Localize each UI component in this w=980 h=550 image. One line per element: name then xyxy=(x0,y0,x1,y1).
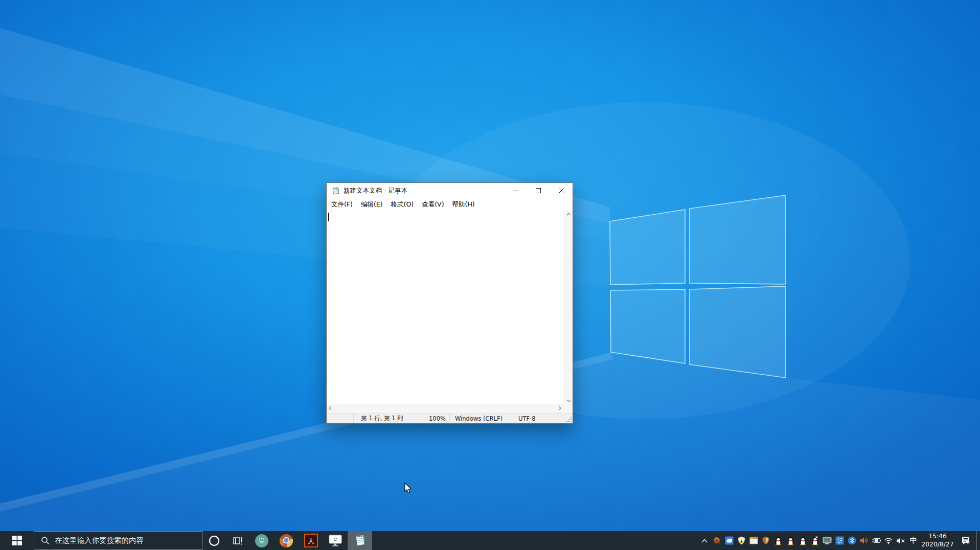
notepad-menubar: 文件(F) 编辑(E) 格式(O) 查看(V) 帮助(H) xyxy=(327,198,573,211)
maximize-button[interactable] xyxy=(527,183,550,198)
status-line-ending: Windows (CRLF) xyxy=(449,414,512,423)
chrome-icon xyxy=(279,534,293,548)
window-title: 新建文本文档 - 记事本 xyxy=(344,187,504,195)
cloud-drive-icon xyxy=(725,536,734,545)
start-button[interactable] xyxy=(0,531,34,550)
orange-speaker-icon xyxy=(860,537,869,544)
remote-monitor-app-icon xyxy=(328,534,343,547)
status-blank xyxy=(327,414,353,423)
tray-qq-3[interactable] xyxy=(796,531,809,550)
wifi-icon xyxy=(884,537,893,544)
window-app-icon xyxy=(749,537,758,544)
close-button[interactable] xyxy=(550,183,573,198)
show-desktop-button[interactable] xyxy=(976,531,980,550)
caption-buttons xyxy=(504,183,573,198)
tray-qq-4[interactable] xyxy=(809,531,821,550)
maximize-icon xyxy=(536,188,541,193)
scroll-up-icon[interactable] xyxy=(566,213,571,216)
tray-orange-speaker-app[interactable] xyxy=(858,531,870,550)
clock-time: 15:46 xyxy=(928,533,946,541)
search-icon xyxy=(41,536,50,545)
ime-indicator[interactable]: 中 xyxy=(907,531,920,550)
brown-round-app-icon xyxy=(713,536,721,545)
text-caret xyxy=(328,213,329,221)
mouse-cursor xyxy=(404,483,413,494)
notepad-window: 新建文本文档 - 记事本 xyxy=(326,182,573,424)
clock-date: 2020/8/27 xyxy=(921,541,953,549)
qq-penguin-icon xyxy=(811,536,819,545)
notepad-statusbar: 第 1 行, 第 1 列 100% Windows (CRLF) UTF-8 xyxy=(327,413,573,423)
qq-penguin-icon xyxy=(786,536,795,545)
chevron-up-icon xyxy=(701,538,708,543)
windows-logo-icon xyxy=(12,536,22,545)
action-center-button[interactable] xyxy=(955,531,976,550)
monitor-icon xyxy=(823,537,832,545)
close-icon xyxy=(559,188,564,193)
acrobat-icon: 人 xyxy=(304,534,318,547)
task-view-button[interactable] xyxy=(226,531,249,550)
minimize-icon xyxy=(513,188,518,193)
taskbar: 在这里输入你要搜索的内容 xyxy=(0,531,980,550)
tray-power-battery[interactable] xyxy=(870,531,882,550)
menu-file[interactable]: 文件(F) xyxy=(327,199,357,211)
scroll-right-icon[interactable] xyxy=(558,406,561,410)
menu-view[interactable]: 查看(V) xyxy=(418,199,448,211)
hidden-icons-button[interactable] xyxy=(698,531,711,550)
taskbar-clock[interactable]: 15:46 2020/8/27 xyxy=(920,531,955,550)
notepad-titlebar[interactable]: 新建文本文档 - 记事本 xyxy=(327,183,573,198)
tray-monitor[interactable] xyxy=(821,531,833,550)
cortana-button[interactable] xyxy=(202,531,226,550)
vertical-scrollbar[interactable] xyxy=(564,211,573,404)
qq-penguin-icon xyxy=(799,536,807,545)
scroll-left-icon[interactable] xyxy=(329,406,332,410)
taskbar-search-box[interactable]: 在这里输入你要搜索的内容 xyxy=(34,531,202,550)
notepad-text-area[interactable] xyxy=(327,211,573,404)
screen: 新建文本文档 - 记事本 xyxy=(0,0,980,550)
battery-plug-icon xyxy=(872,537,881,544)
task-view-icon xyxy=(233,536,243,545)
menu-format[interactable]: 格式(O) xyxy=(387,199,418,211)
tray-volume-muted[interactable] xyxy=(895,531,907,550)
blue-map-app-icon xyxy=(835,536,844,545)
notepad-icon xyxy=(331,187,340,195)
qq-penguin-icon xyxy=(774,536,783,545)
tray-bronze-shield-app[interactable] xyxy=(760,531,772,550)
action-center-icon xyxy=(961,536,971,545)
tray-brown-round-app[interactable] xyxy=(711,531,723,550)
horizontal-scrollbar[interactable] xyxy=(327,404,573,413)
tray-qq-2[interactable] xyxy=(784,531,796,550)
status-encoding: UTF-8 xyxy=(512,414,573,423)
scroll-down-icon[interactable] xyxy=(566,399,571,402)
status-zoom: 100% xyxy=(425,414,449,423)
resize-grip[interactable] xyxy=(566,417,572,423)
tray-window-app[interactable] xyxy=(747,531,760,550)
notepad-taskbar-icon xyxy=(353,534,367,547)
tray-bluetooth[interactable] xyxy=(846,531,858,550)
menu-edit[interactable]: 编辑(E) xyxy=(357,199,387,211)
svg-text:人: 人 xyxy=(308,537,314,545)
tray-cloud-drive-app[interactable] xyxy=(723,531,735,550)
tray-wifi[interactable] xyxy=(882,531,895,550)
bluetooth-icon xyxy=(848,536,856,545)
tray-security-alert[interactable] xyxy=(735,531,747,550)
taskbar-app-notepad[interactable] xyxy=(348,531,372,550)
taskbar-app-remote-monitor[interactable] xyxy=(323,531,348,550)
minimize-button[interactable] xyxy=(504,183,527,198)
taskbar-empty-space xyxy=(372,531,698,550)
volume-muted-icon xyxy=(896,537,906,544)
cortana-icon xyxy=(209,535,220,546)
taskbar-app-acrobat[interactable]: 人 xyxy=(299,531,323,550)
status-cursor-position: 第 1 行, 第 1 列 xyxy=(353,414,425,423)
taskbar-app-chrome[interactable] xyxy=(274,531,299,550)
tray-qq-1[interactable] xyxy=(772,531,784,550)
menu-help[interactable]: 帮助(H) xyxy=(448,199,479,211)
teal-circle-app-icon xyxy=(255,534,269,548)
tray-blue-map-app[interactable] xyxy=(833,531,846,550)
search-placeholder: 在这里输入你要搜索的内容 xyxy=(55,536,144,545)
security-shield-alert-icon xyxy=(737,536,746,545)
bronze-shield-icon xyxy=(762,536,770,545)
taskbar-app-teal-circle[interactable] xyxy=(249,531,274,550)
